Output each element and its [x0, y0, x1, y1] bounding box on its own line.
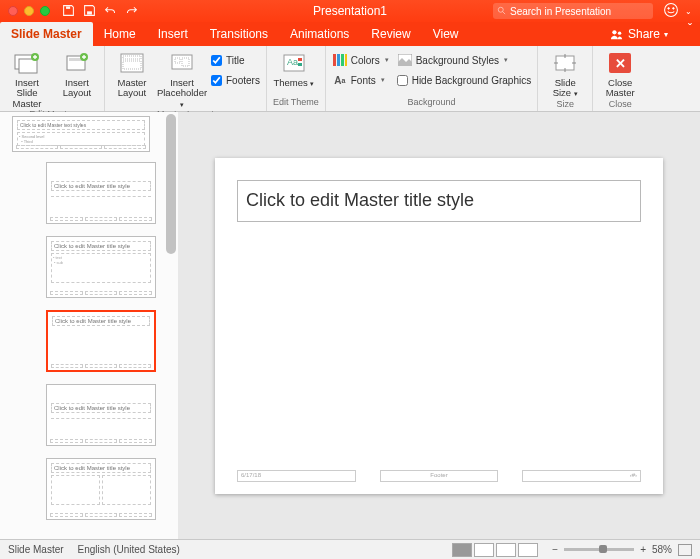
- tab-insert[interactable]: Insert: [147, 22, 199, 46]
- background-styles-button[interactable]: Background Styles: [397, 52, 532, 68]
- layout-thumbnail-3-selected[interactable]: Click to edit Master title style: [46, 310, 156, 372]
- group-label-edit-theme: Edit Theme: [273, 97, 319, 109]
- hide-background-checkbox[interactable]: Hide Background Graphics: [397, 72, 532, 88]
- themes-button[interactable]: Aa Themes ▾: [273, 48, 315, 88]
- title-placeholder[interactable]: Click to edit Master title style: [237, 180, 641, 222]
- search-icon: [497, 6, 507, 16]
- insert-placeholder-button[interactable]: Insert Placeholder ▾: [161, 48, 203, 109]
- master-layout-button[interactable]: Master Layout: [111, 48, 153, 99]
- svg-rect-26: [341, 54, 344, 66]
- search-placeholder: Search in Presentation: [510, 6, 611, 17]
- document-title: Presentation1: [313, 4, 387, 18]
- collapse-ribbon-icon[interactable]: ˇ: [680, 22, 700, 46]
- slide-size-button[interactable]: Slide Size ▾: [544, 48, 586, 99]
- group-label-size: Size: [544, 99, 586, 109]
- fonts-button[interactable]: Aa Fonts: [332, 72, 389, 88]
- view-buttons: [452, 543, 538, 557]
- status-language[interactable]: English (United States): [78, 544, 180, 555]
- svg-rect-22: [298, 58, 302, 61]
- title-checkbox[interactable]: Title: [211, 52, 260, 68]
- window-controls: [0, 6, 50, 16]
- footer-placeholder[interactable]: Footer: [380, 470, 499, 482]
- svg-rect-9: [19, 59, 37, 73]
- thumbnail-scrollbar[interactable]: [166, 114, 176, 254]
- status-bar: Slide Master English (United States) − +…: [0, 539, 700, 559]
- svg-rect-23: [298, 63, 302, 66]
- svg-rect-1: [87, 11, 92, 14]
- svg-point-4: [668, 8, 670, 10]
- footer-placeholders: 6/17/18 Footer ‹#›: [237, 470, 641, 482]
- svg-point-7: [618, 31, 621, 34]
- undo-icon[interactable]: [104, 4, 117, 19]
- footers-checkbox[interactable]: Footers: [211, 72, 260, 88]
- svg-point-5: [673, 8, 675, 10]
- fit-to-window-button[interactable]: [678, 544, 692, 556]
- content-area: Click to edit Master text styles • Secon…: [0, 112, 700, 539]
- insert-slide-master-button[interactable]: Insert Slide Master: [6, 48, 48, 109]
- fullscreen-window-icon[interactable]: [40, 6, 50, 16]
- thumbnail-panel: Click to edit Master text styles • Secon…: [0, 112, 178, 539]
- layout-thumbnail-2[interactable]: Click to edit Master title style • text …: [46, 236, 156, 298]
- search-input[interactable]: Search in Presentation: [493, 3, 653, 19]
- minimize-window-icon[interactable]: [24, 6, 34, 16]
- zoom-in-button[interactable]: +: [640, 544, 646, 555]
- normal-view-button[interactable]: [452, 543, 472, 557]
- colors-button[interactable]: Colors: [332, 52, 389, 68]
- layout-thumbnail-5[interactable]: Click to edit Master title style: [46, 458, 156, 520]
- slide: Click to edit Master title style 6/17/18…: [215, 158, 663, 494]
- group-label-background: Background: [332, 97, 531, 109]
- titlebar: Presentation1 Search in Presentation ⌄: [0, 0, 700, 22]
- svg-rect-24: [333, 54, 336, 66]
- titlebar-menu-icon[interactable]: ⌄: [685, 7, 692, 16]
- share-icon: [610, 28, 624, 40]
- tab-transitions[interactable]: Transitions: [199, 22, 279, 46]
- svg-point-3: [665, 4, 678, 17]
- date-placeholder[interactable]: 6/17/18: [237, 470, 356, 482]
- autosave-icon[interactable]: [62, 4, 75, 19]
- svg-rect-25: [337, 54, 340, 66]
- master-thumbnail[interactable]: Click to edit Master text styles • Secon…: [12, 116, 150, 152]
- zoom-controls: − + 58%: [552, 544, 692, 556]
- reading-view-button[interactable]: [496, 543, 516, 557]
- tab-animations[interactable]: Animations: [279, 22, 360, 46]
- close-master-button[interactable]: ✕ Close Master: [599, 48, 641, 99]
- svg-rect-27: [345, 54, 347, 66]
- layout-thumbnail-4[interactable]: Click to edit Master title style: [46, 384, 156, 446]
- svg-rect-0: [66, 6, 70, 8]
- insert-layout-button[interactable]: Insert Layout: [56, 48, 98, 99]
- svg-rect-29: [556, 56, 574, 70]
- svg-point-6: [612, 30, 616, 34]
- svg-text:Aa: Aa: [287, 57, 298, 67]
- tab-home[interactable]: Home: [93, 22, 147, 46]
- tab-view[interactable]: View: [422, 22, 470, 46]
- ribbon: Insert Slide Master Insert Layout Edit M…: [0, 46, 700, 112]
- ribbon-tabs: Slide Master Home Insert Transitions Ani…: [0, 22, 700, 46]
- share-button[interactable]: Share ▾: [598, 22, 680, 46]
- tab-review[interactable]: Review: [360, 22, 421, 46]
- feedback-icon[interactable]: [663, 2, 679, 20]
- zoom-slider[interactable]: [564, 548, 634, 551]
- tab-slide-master[interactable]: Slide Master: [0, 22, 93, 46]
- sorter-view-button[interactable]: [474, 543, 494, 557]
- layout-thumbnail-1[interactable]: Click to edit Master title style: [46, 162, 156, 224]
- zoom-level[interactable]: 58%: [652, 544, 672, 555]
- zoom-out-button[interactable]: −: [552, 544, 558, 555]
- slide-number-placeholder[interactable]: ‹#›: [522, 470, 641, 482]
- slide-canvas-area[interactable]: Click to edit Master title style 6/17/18…: [178, 112, 700, 539]
- save-icon[interactable]: [83, 4, 96, 19]
- status-mode: Slide Master: [8, 544, 64, 555]
- slideshow-view-button[interactable]: [518, 543, 538, 557]
- quick-access-toolbar: [62, 4, 138, 19]
- group-label-close: Close: [599, 99, 641, 109]
- redo-icon[interactable]: [125, 4, 138, 19]
- close-window-icon[interactable]: [8, 6, 18, 16]
- svg-point-2: [498, 7, 503, 12]
